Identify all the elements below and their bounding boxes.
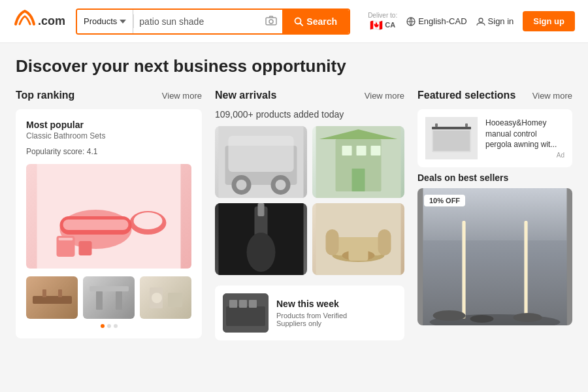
deals-image[interactable]: 10% OFF bbox=[417, 188, 572, 325]
language-selector[interactable]: English-CAD bbox=[406, 16, 466, 26]
svg-point-29 bbox=[237, 180, 247, 190]
arrivals-count: 109,000+ products added today bbox=[215, 109, 404, 120]
svg-rect-41 bbox=[258, 203, 265, 216]
search-button[interactable]: Search bbox=[282, 10, 349, 33]
thumbnail-row bbox=[26, 276, 191, 319]
svg-rect-45 bbox=[326, 229, 339, 255]
svg-point-67 bbox=[433, 310, 466, 321]
product-main-image bbox=[26, 164, 191, 269]
thumb-1[interactable] bbox=[26, 276, 78, 319]
carousel-dots bbox=[26, 324, 191, 328]
featured-ad-image bbox=[425, 117, 478, 159]
new-arrivals-section: New arrivals View more 109,000+ products… bbox=[215, 90, 404, 340]
new-week-text: New this week Products from Verified Sup… bbox=[276, 299, 347, 327]
arrivals-grid bbox=[215, 126, 404, 275]
arrival-image-furniture[interactable] bbox=[312, 203, 404, 275]
svg-rect-50 bbox=[226, 306, 265, 326]
language-label: English-CAD bbox=[418, 16, 466, 26]
logo[interactable]: .com bbox=[13, 8, 65, 34]
svg-rect-37 bbox=[352, 169, 365, 191]
svg-rect-19 bbox=[90, 286, 129, 291]
featured-ad-description: Hooeasy&Homey manual control pergola awn… bbox=[485, 118, 564, 150]
header-right: Deliver to: 🇨🇦 CA English-CAD Sign in Si… bbox=[368, 11, 575, 31]
new-week-sub2: Suppliers only bbox=[276, 319, 347, 327]
new-week-banner[interactable]: New this week Products from Verified Sup… bbox=[215, 286, 404, 340]
deliver-country: 🇨🇦 CA bbox=[370, 19, 395, 31]
featured-section: Featured selections View more Hooeasy&Ho… bbox=[417, 90, 572, 340]
svg-rect-16 bbox=[33, 296, 72, 304]
svg-rect-18 bbox=[58, 289, 62, 297]
discount-badge: 10% OFF bbox=[424, 195, 465, 206]
thumb-2[interactable] bbox=[83, 276, 135, 319]
new-week-image bbox=[223, 293, 269, 333]
search-button-label: Search bbox=[306, 16, 337, 27]
svg-rect-57 bbox=[465, 123, 468, 127]
header: .com Products Search Deliver to: 🇨🇦 CA bbox=[0, 0, 588, 43]
logo-icon bbox=[13, 8, 37, 34]
logo-wordmark: .com bbox=[38, 14, 65, 28]
new-week-title: New this week bbox=[276, 299, 347, 309]
ad-badge: Ad bbox=[485, 152, 564, 159]
svg-rect-34 bbox=[342, 146, 352, 155]
deals-section: Deals on best sellers bbox=[417, 172, 572, 325]
dot-1 bbox=[101, 324, 105, 328]
camera-icon[interactable] bbox=[260, 15, 282, 27]
svg-point-31 bbox=[276, 180, 286, 190]
new-arrivals-title: New arrivals bbox=[215, 90, 276, 101]
svg-rect-15 bbox=[79, 241, 92, 255]
svg-point-68 bbox=[470, 315, 494, 323]
featured-ad-card[interactable]: Hooeasy&Homey manual control pergola awn… bbox=[417, 109, 572, 167]
search-input[interactable] bbox=[134, 16, 260, 27]
svg-rect-53 bbox=[249, 300, 257, 308]
svg-rect-27 bbox=[229, 136, 294, 172]
arrival-image-brush[interactable] bbox=[215, 203, 307, 275]
svg-rect-23 bbox=[168, 293, 182, 307]
svg-rect-56 bbox=[435, 123, 438, 127]
thumb-3[interactable] bbox=[140, 276, 191, 319]
top-ranking-view-more[interactable]: View more bbox=[162, 91, 202, 101]
top-ranking-title: Top ranking bbox=[16, 90, 74, 101]
svg-point-40 bbox=[247, 233, 276, 272]
arrival-image-building[interactable] bbox=[312, 126, 404, 198]
svg-point-1 bbox=[269, 20, 273, 24]
dot-2 bbox=[107, 324, 111, 328]
svg-rect-55 bbox=[432, 127, 471, 129]
arrival-image-car[interactable] bbox=[215, 126, 307, 198]
svg-rect-46 bbox=[378, 229, 391, 255]
new-week-subtitle: Products from Verified bbox=[276, 312, 347, 319]
svg-rect-59 bbox=[433, 131, 470, 151]
dot-3 bbox=[114, 324, 118, 328]
svg-point-24 bbox=[152, 293, 162, 303]
top-ranking-header: Top ranking View more bbox=[16, 90, 202, 101]
svg-rect-10 bbox=[63, 220, 129, 230]
content-columns: Top ranking View more Most popular Class… bbox=[16, 90, 572, 340]
search-category-dropdown[interactable]: Products bbox=[77, 10, 133, 33]
top-ranking-section: Top ranking View more Most popular Class… bbox=[16, 90, 202, 340]
svg-rect-48 bbox=[349, 249, 368, 261]
svg-rect-17 bbox=[42, 289, 46, 297]
svg-rect-65 bbox=[525, 221, 528, 319]
svg-point-6 bbox=[479, 18, 483, 22]
svg-point-12 bbox=[134, 212, 163, 229]
svg-line-3 bbox=[301, 23, 303, 25]
featured-view-more[interactable]: View more bbox=[532, 91, 572, 101]
popularity-score: Popularity score: 4.1 bbox=[26, 147, 191, 156]
svg-rect-52 bbox=[239, 300, 247, 308]
new-arrivals-view-more[interactable]: View more bbox=[365, 91, 404, 101]
deals-title: Deals on best sellers bbox=[417, 172, 572, 183]
main-content: Discover your next business opportunity … bbox=[0, 43, 588, 353]
card-label: Most popular bbox=[26, 120, 191, 130]
sign-up-button[interactable]: Sign up bbox=[523, 11, 575, 31]
svg-rect-36 bbox=[371, 146, 381, 155]
svg-rect-51 bbox=[229, 300, 237, 308]
new-arrivals-header: New arrivals View more bbox=[215, 90, 404, 101]
svg-rect-35 bbox=[357, 146, 367, 155]
canada-flag: 🇨🇦 bbox=[370, 19, 383, 31]
svg-rect-14 bbox=[59, 238, 73, 240]
svg-rect-63 bbox=[463, 221, 466, 319]
deliver-to: Deliver to: 🇨🇦 CA bbox=[368, 12, 397, 31]
card-sublabel: Classic Bathroom Sets bbox=[26, 131, 191, 140]
sign-in-button[interactable]: Sign in bbox=[476, 16, 514, 26]
top-ranking-card[interactable]: Most popular Classic Bathroom Sets Popul… bbox=[16, 109, 202, 338]
search-bar: Products Search bbox=[76, 8, 350, 35]
